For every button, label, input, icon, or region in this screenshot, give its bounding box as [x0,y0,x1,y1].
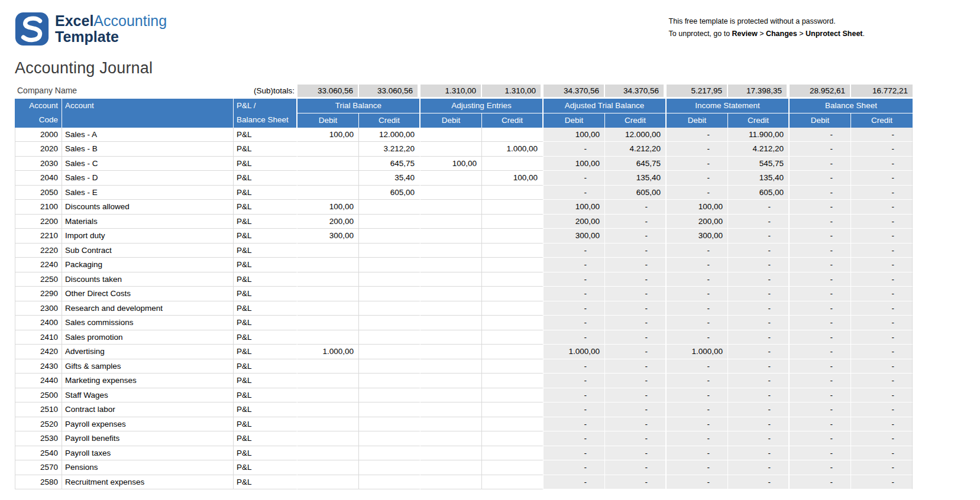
cell-balance-sheet-credit[interactable]: - [851,272,913,287]
cell-adjusted-trial-balance-credit[interactable]: - [605,431,667,446]
cell-income-statement-credit[interactable]: - [728,301,790,316]
cell-trial-balance-credit[interactable] [359,316,421,330]
cell-income-statement-credit[interactable]: - [728,446,790,461]
cell-adjusted-trial-balance-debit[interactable]: - [544,460,605,475]
cell-adjusting-entries-credit[interactable] [482,460,544,475]
cell-account-code[interactable]: 2020 [15,142,62,157]
cell-income-statement-credit[interactable]: - [728,374,790,388]
cell-account-name[interactable]: Sales - B [62,142,234,157]
cell-adjusted-trial-balance-debit[interactable]: - [544,287,605,301]
cell-account-code[interactable]: 2530 [15,431,62,446]
cell-balance-sheet-debit[interactable]: - [790,243,851,258]
cell-income-statement-debit[interactable]: 300,00 [667,229,728,243]
cell-income-statement-debit[interactable]: - [667,272,728,287]
cell-income-statement-debit[interactable]: - [667,475,728,490]
cell-income-statement-debit[interactable]: - [667,402,728,417]
cell-balance-sheet-debit[interactable]: - [790,388,851,403]
cell-balance-sheet-debit[interactable]: - [790,374,851,388]
cell-trial-balance-credit[interactable] [359,374,421,388]
cell-income-statement-credit[interactable]: - [728,258,790,272]
cell-account-code[interactable]: 2000 [15,128,62,142]
cell-adjusting-entries-debit[interactable] [421,374,482,388]
col-header-account[interactable]: Account [62,99,234,128]
cell-adjusted-trial-balance-debit[interactable]: - [544,330,605,345]
cell-adjusted-trial-balance-debit[interactable]: 100,00 [544,200,605,215]
cell-balance-sheet-debit[interactable]: - [790,316,851,330]
cell-pl-balance-sheet[interactable]: P&L [234,243,297,258]
cell-pl-balance-sheet[interactable]: P&L [234,128,297,142]
cell-trial-balance-debit[interactable] [297,142,359,157]
cell-income-statement-debit[interactable]: 200,00 [667,215,728,229]
group-header-adjusting-entries[interactable]: Adjusting Entries [421,99,544,113]
cell-adjusting-entries-credit[interactable]: 1.000,00 [482,142,544,157]
cell-income-statement-debit[interactable]: 100,00 [667,200,728,215]
cell-account-name[interactable]: Sales - E [62,186,234,200]
cell-pl-balance-sheet[interactable]: P&L [234,229,297,243]
cell-balance-sheet-credit[interactable]: - [851,388,913,403]
cell-account-name[interactable]: Staff Wages [62,388,234,403]
cell-account-code[interactable]: 2300 [15,301,62,316]
subheader-balance-sheet-credit[interactable]: Credit [851,113,913,128]
cell-balance-sheet-credit[interactable]: - [851,316,913,330]
cell-pl-balance-sheet[interactable]: P&L [234,374,297,388]
cell-income-statement-debit[interactable]: - [667,258,728,272]
cell-trial-balance-credit[interactable] [359,460,421,475]
cell-trial-balance-debit[interactable] [297,272,359,287]
cell-adjusted-trial-balance-credit[interactable]: - [605,330,667,345]
cell-account-code[interactable]: 2030 [15,157,62,171]
cell-income-statement-credit[interactable]: - [728,345,790,359]
cell-balance-sheet-credit[interactable]: - [851,200,913,215]
cell-pl-balance-sheet[interactable]: P&L [234,215,297,229]
cell-account-code[interactable]: 2580 [15,475,62,490]
cell-trial-balance-credit[interactable] [359,330,421,345]
cell-pl-balance-sheet[interactable]: P&L [234,402,297,417]
cell-pl-balance-sheet[interactable]: P&L [234,142,297,157]
cell-account-name[interactable]: Packaging [62,258,234,272]
cell-pl-balance-sheet[interactable]: P&L [234,287,297,301]
cell-income-statement-credit[interactable]: 135,40 [728,171,790,186]
cell-trial-balance-debit[interactable] [297,388,359,403]
subtotal-value-cell[interactable]: 16.772,21 [851,85,913,99]
cell-income-statement-credit[interactable]: - [728,287,790,301]
cell-balance-sheet-debit[interactable]: - [790,157,851,171]
cell-adjusted-trial-balance-debit[interactable]: - [544,431,605,446]
cell-account-name[interactable]: Marketing expenses [62,374,234,388]
cell-adjusted-trial-balance-credit[interactable]: - [605,460,667,475]
cell-account-name[interactable]: Payroll expenses [62,417,234,432]
cell-adjusted-trial-balance-debit[interactable]: 300,00 [544,229,605,243]
group-header-trial-balance[interactable]: Trial Balance [297,99,421,113]
cell-adjusting-entries-credit[interactable] [482,229,544,243]
cell-adjusted-trial-balance-debit[interactable]: - [544,417,605,432]
cell-income-statement-credit[interactable]: - [728,316,790,330]
cell-adjusted-trial-balance-credit[interactable]: - [605,374,667,388]
cell-balance-sheet-credit[interactable]: - [851,359,913,374]
subtotal-value-cell[interactable]: 33.060,56 [359,85,421,99]
cell-account-name[interactable]: Contract labor [62,402,234,417]
cell-adjusting-entries-debit[interactable] [421,186,482,200]
cell-trial-balance-debit[interactable] [297,359,359,374]
subheader-balance-sheet-debit[interactable]: Debit [790,113,851,128]
cell-income-statement-debit[interactable]: - [667,186,728,200]
cell-account-code[interactable]: 2400 [15,316,62,330]
cell-balance-sheet-debit[interactable]: - [790,186,851,200]
cell-adjusted-trial-balance-credit[interactable]: - [605,301,667,316]
cell-income-statement-debit[interactable]: - [667,388,728,403]
cell-trial-balance-debit[interactable] [297,460,359,475]
cell-trial-balance-credit[interactable] [359,243,421,258]
cell-adjusting-entries-credit[interactable] [482,475,544,490]
col-header-account-code[interactable]: Account Code [15,99,62,128]
cell-balance-sheet-credit[interactable]: - [851,402,913,417]
cell-adjusting-entries-credit[interactable] [482,157,544,171]
cell-balance-sheet-credit[interactable]: - [851,215,913,229]
cell-account-name[interactable]: Discounts taken [62,272,234,287]
cell-balance-sheet-credit[interactable]: - [851,171,913,186]
cell-trial-balance-credit[interactable] [359,446,421,461]
cell-trial-balance-debit[interactable] [297,475,359,490]
cell-balance-sheet-credit[interactable]: - [851,330,913,345]
cell-balance-sheet-debit[interactable]: - [790,142,851,157]
cell-trial-balance-debit[interactable]: 1.000,00 [297,345,359,359]
cell-trial-balance-debit[interactable]: 100,00 [297,128,359,142]
cell-adjusting-entries-credit[interactable] [482,186,544,200]
cell-income-statement-credit[interactable]: - [728,229,790,243]
cell-trial-balance-credit[interactable]: 605,00 [359,186,421,200]
